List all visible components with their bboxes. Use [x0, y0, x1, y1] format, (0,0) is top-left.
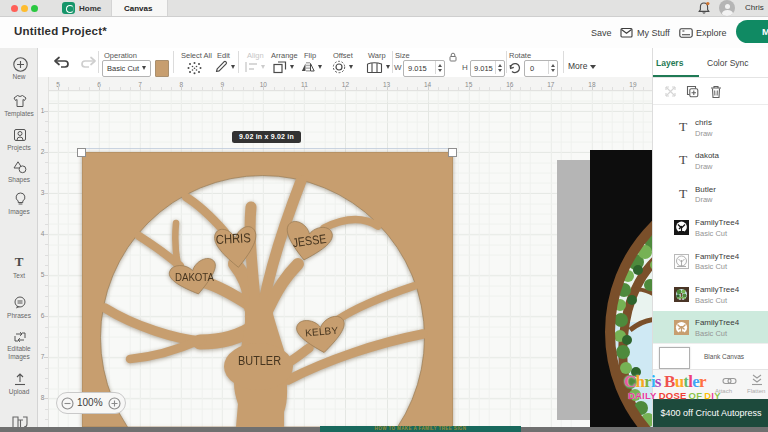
svg-text:DAKOTA: DAKOTA [175, 271, 214, 283]
svg-text:BUTLER: BUTLER [238, 354, 281, 368]
svg-text:CHRIS: CHRIS [215, 230, 251, 247]
